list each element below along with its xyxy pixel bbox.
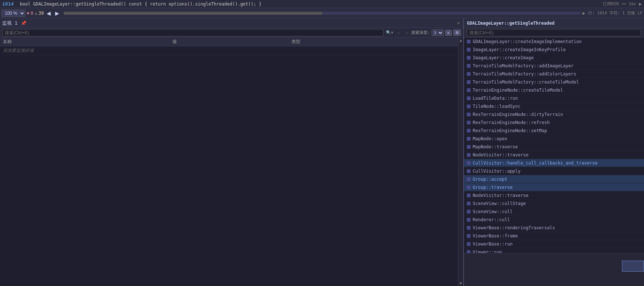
stack-frame-icon — [467, 145, 471, 149]
call-stack-item[interactable]: SceneView::cullStage — [464, 200, 644, 208]
add-watch-label: 添加要监视的项 — [0, 46, 458, 55]
call-stack-item[interactable]: ViewerBase::run — [464, 240, 644, 248]
watch-panel-title: 监视 1 — [2, 20, 18, 27]
call-stack-item[interactable]: TileNode::loadSync — [464, 102, 644, 110]
stack-func-name: SceneView::cull — [473, 209, 641, 214]
nav-back-button[interactable]: ◀ — [45, 10, 52, 17]
watch-content: 名称 值 类型 添加要监视的项 ▲ ▼ — [0, 38, 463, 286]
warning-badge: ⚠ 39 — [35, 11, 44, 16]
stack-func-name: Group::traverse — [473, 185, 641, 190]
call-stack-item[interactable]: Renderer::cull — [464, 216, 644, 224]
call-stack-item[interactable]: TerrainTileModelFactory::addColorLayers — [464, 70, 644, 78]
stack-frame-icon — [467, 96, 471, 100]
call-stack-item[interactable]: LoadTileData::run — [464, 94, 644, 102]
watch-nav-forward-button[interactable]: → — [404, 30, 410, 35]
add-watch-row[interactable]: 添加要监视的项 — [0, 46, 458, 55]
call-stack-item[interactable]: NodeVisitor::traverse — [464, 191, 644, 200]
watch-search-input[interactable] — [2, 29, 383, 36]
watch-panel-header: 监视 1 📌 × — [0, 18, 463, 28]
watch-table: 名称 值 类型 添加要监视的项 — [0, 38, 458, 286]
warning-count: 39 — [39, 11, 44, 16]
col-type: 类型 — [289, 38, 458, 46]
stack-func-name: Renderer::cull — [473, 217, 641, 222]
call-stack-item[interactable]: Group::traverse — [464, 183, 644, 191]
depth-select[interactable]: 3 1 2 4 5 — [432, 29, 444, 36]
stack-frame-icon — [467, 210, 471, 213]
position-info: 行: 1814 字符: 1 空格 LF — [588, 10, 643, 16]
stack-func-name: TerrainTileModelFactory::addImageLayer — [473, 63, 641, 68]
call-stack-panel: GDALImageLayer::getSingleThreaded GDALIm… — [464, 18, 644, 286]
watch-nav-back-button[interactable]: ← — [396, 30, 402, 35]
main-area: 监视 1 📌 × 🔍▾ ← → 搜索深度: 3 1 2 4 5 ≡ ⊞ — [0, 18, 644, 286]
call-stack-item[interactable]: RexTerrainEngineNode::setMap — [464, 127, 644, 135]
stack-frame-icon — [467, 64, 471, 68]
scroll-down-arrow[interactable]: ▼ — [458, 280, 463, 286]
time-used: 已用时间 <= 1ms — [603, 1, 636, 7]
filter-button[interactable]: ≡ — [445, 30, 452, 36]
stack-frame-icon — [467, 40, 471, 43]
watch-scroll-panel: 名称 值 类型 添加要监视的项 ▲ ▼ — [0, 38, 463, 286]
call-stack-item[interactable]: MapNode::open — [464, 135, 644, 143]
minimap-bg — [464, 253, 644, 286]
col-name: 名称 — [0, 38, 169, 46]
watch-pin-button[interactable]: 📌 — [20, 21, 28, 26]
zoom-select[interactable]: 100 % 75 % 150 % — [1, 10, 25, 17]
watch-close-button[interactable]: × — [456, 20, 461, 26]
stack-frame-icon — [467, 105, 471, 108]
stack-func-name: ViewerBase::renderingTraversals — [473, 225, 641, 230]
call-stack-item[interactable]: TerrainTileModelFactory::addImageLayer — [464, 62, 644, 70]
call-stack-item[interactable]: ViewerBase::frame — [464, 232, 644, 240]
call-stack-item[interactable]: NodeVisitor::traverse — [464, 151, 644, 159]
stack-frame-icon — [467, 56, 471, 60]
call-stack-item[interactable]: ViewerBase::renderingTraversals — [464, 224, 644, 232]
stack-func-name: RexTerrainEngineNode::dirtyTerrain — [473, 112, 641, 117]
stack-func-name: RexTerrainEngineNode::setMap — [473, 128, 641, 133]
call-stack-header: GDALImageLayer::getSingleThreaded — [464, 18, 644, 28]
stack-frame-icon — [467, 177, 471, 181]
stack-func-name: LoadTileData::run — [473, 96, 641, 101]
call-stack-item[interactable]: TerrainTileModelFactory::createTileModel — [464, 78, 644, 86]
watch-right-scroll: ▲ ▼ — [458, 38, 463, 286]
call-stack-item[interactable]: CullVisitor::apply — [464, 167, 644, 175]
call-stack-item[interactable]: ImageLayer::createImage — [464, 54, 644, 62]
nav-forward-button[interactable]: ▶ — [54, 10, 61, 17]
stack-func-name: MapNode::open — [473, 136, 641, 141]
call-stack-item[interactable]: TerrainEngineNode::createTileModel — [464, 86, 644, 94]
call-stack-item[interactable]: RexTerrainEngineNode::dirtyTerrain — [464, 110, 644, 119]
view-toggle-button[interactable]: ⊞ — [453, 29, 461, 36]
call-stack-item[interactable]: SceneView::cull — [464, 208, 644, 216]
call-stack-item[interactable]: Viewer::run — [464, 248, 644, 253]
call-stack-item[interactable]: GDALImageLayer::createImageImplementatio… — [464, 38, 644, 46]
stack-func-name: GDALImageLayer::createImageImplementatio… — [473, 39, 641, 44]
call-stack-item[interactable]: Group::accept — [464, 175, 644, 183]
stack-func-name: Group::accept — [473, 177, 641, 182]
call-stack-item[interactable]: ImageLayer::createImageInKeyProfile — [464, 46, 644, 54]
line-number: 1814 — [2, 1, 17, 7]
stack-func-name: MapNode::traverse — [473, 144, 641, 149]
call-stack-item[interactable]: CullVisitor::handle_cull_callbacks_and_t… — [464, 159, 644, 167]
call-stack-item[interactable]: RexTerrainEngineNode::refresh — [464, 119, 644, 127]
stack-frame-icon — [467, 242, 471, 246]
stack-func-name: CullVisitor::handle_cull_callbacks_and_t… — [473, 160, 641, 166]
error-badge: ✖ 0 — [27, 11, 33, 16]
stack-frame-icon — [467, 186, 471, 189]
scroll-up-arrow[interactable]: ▲ — [458, 38, 463, 43]
right-scroll-end: ▶ — [582, 10, 585, 16]
stack-func-name: TerrainTileModelFactory::createTileModel — [473, 80, 641, 85]
stack-frame-icon — [467, 202, 471, 205]
stack-frame-icon — [467, 129, 471, 133]
stack-func-name: TileNode::loadSync — [473, 104, 641, 109]
stack-frame-icon — [467, 161, 471, 165]
stack-frame-icon — [467, 48, 471, 52]
stack-frame-icon — [467, 113, 471, 116]
call-stack-search-input[interactable] — [467, 29, 641, 36]
stack-frame-icon — [467, 121, 471, 124]
stack-frame-icon — [467, 153, 471, 157]
stack-func-name: ImageLayer::createImageInKeyProfile — [473, 47, 641, 52]
stack-func-name: NodeVisitor::traverse — [473, 193, 641, 198]
watch-search-button[interactable]: 🔍▾ — [385, 30, 394, 35]
stack-func-name: RexTerrainEngineNode::refresh — [473, 120, 641, 125]
stack-func-name: TerrainTileModelFactory::addColorLayers — [473, 71, 641, 77]
call-stack-item[interactable]: MapNode::traverse — [464, 143, 644, 151]
watch-search-bar: 🔍▾ ← → 搜索深度: 3 1 2 4 5 ≡ ⊞ — [0, 28, 463, 38]
